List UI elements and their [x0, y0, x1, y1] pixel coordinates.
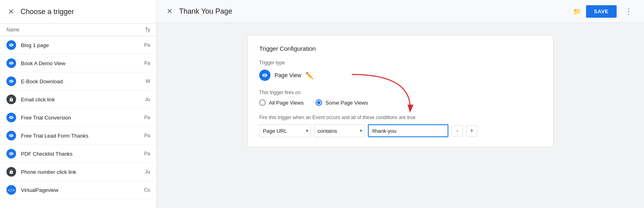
trigger-item-type: Pa	[138, 133, 150, 138]
condition-label: Fire this trigger when an Event occurs a…	[259, 115, 542, 120]
left-panel-title: Choose a trigger	[21, 8, 150, 16]
left-panel: ✕ Choose a trigger Name Ty Blog 1 pagePa…	[0, 0, 157, 208]
trigger-icon-eye	[6, 40, 16, 50]
more-options-button[interactable]: ⋮	[621, 5, 636, 18]
trigger-icon-eye	[6, 58, 16, 68]
trigger-item-name: Free Trial Conversion	[21, 115, 133, 121]
close-right-button[interactable]: ✕	[165, 5, 174, 17]
folder-icon: 📁	[573, 8, 581, 15]
some-page-views-radio[interactable]	[316, 99, 322, 106]
trigger-item-type: Pa	[138, 115, 150, 120]
column-type-header: Ty	[134, 27, 150, 33]
right-panel-title: Thank You Page	[179, 7, 568, 16]
trigger-item-name: VirtualPageview	[21, 187, 133, 193]
trigger-item-name: Book A Demo View	[21, 60, 133, 66]
trigger-item-name: Free Trial Lead Form Thanks	[21, 133, 133, 139]
all-page-views-label: All Page Views	[269, 100, 303, 106]
some-page-views-label: Some Page Views	[325, 100, 368, 106]
radio-row: All Page Views Some Page Views	[259, 99, 542, 106]
trigger-list-item[interactable]: Book A Demo ViewPa	[0, 54, 157, 72]
config-card-title: Trigger Configuration	[259, 45, 542, 52]
trigger-item-type: Ju	[138, 169, 150, 175]
trigger-list-item[interactable]: Free Trial Lead Form ThanksPa	[0, 127, 157, 145]
left-header: ✕ Choose a trigger	[0, 0, 157, 24]
trigger-type-name: Page View	[275, 72, 301, 78]
close-left-button[interactable]: ✕	[6, 6, 16, 18]
trigger-item-type: Pa	[138, 42, 150, 48]
condition-field-wrapper: Page URL Page Path Page Hostname Page Ti…	[259, 124, 311, 137]
some-page-views-option[interactable]: Some Page Views	[316, 99, 368, 106]
edit-trigger-type-icon[interactable]: ✏️	[305, 72, 314, 79]
right-panel: ✕ Thank You Page 📁 SAVE ⋮ Trigger Config…	[157, 0, 644, 208]
trigger-type-row: Page View ✏️	[259, 70, 542, 81]
trigger-type-label: Trigger type	[259, 60, 542, 66]
trigger-list-item[interactable]: PDF Checklist ThanksPa	[0, 145, 157, 163]
all-page-views-radio[interactable]	[259, 99, 266, 106]
trigger-icon-code: </>	[6, 185, 16, 195]
condition-operator-wrapper: contains equals starts with ends with ma…	[314, 124, 365, 137]
trigger-item-type: Pa	[138, 151, 150, 157]
trigger-item-type: W	[138, 78, 150, 84]
radio-dot	[317, 101, 320, 104]
right-content: Trigger Configuration Trigger type Page …	[157, 23, 644, 208]
trigger-item-name: E-Book Download	[21, 78, 133, 84]
trigger-item-type: Cu	[138, 187, 150, 193]
trigger-icon-eye	[6, 149, 16, 159]
add-condition-button[interactable]: +	[466, 125, 477, 136]
trigger-list-item[interactable]: Blog 1 pagePa	[0, 36, 157, 54]
trigger-icon-lock	[6, 95, 16, 104]
trigger-icon-eye	[6, 76, 16, 86]
trigger-item-type: Pa	[138, 60, 150, 66]
config-card: Trigger Configuration Trigger type Page …	[248, 35, 553, 147]
trigger-icon-eye	[6, 113, 16, 122]
trigger-list: Blog 1 pagePaBook A Demo ViewPaE-Book Do…	[0, 36, 157, 208]
trigger-item-name: Blog 1 page	[21, 42, 133, 48]
condition-field-select[interactable]: Page URL Page Path Page Hostname Page Ti…	[259, 124, 311, 137]
save-button[interactable]: SAVE	[586, 5, 617, 18]
trigger-icon-eye	[6, 131, 16, 140]
trigger-list-item[interactable]: Phone number click linkJu	[0, 163, 157, 181]
trigger-item-name: Email click link	[21, 97, 133, 103]
trigger-item-type: Ju	[138, 97, 150, 102]
right-header: ✕ Thank You Page 📁 SAVE ⋮	[157, 0, 644, 23]
trigger-list-item[interactable]: </>VirtualPageviewCu	[0, 181, 157, 199]
trigger-list-item[interactable]: Email click linkJu	[0, 91, 157, 109]
trigger-list-item[interactable]: Free Trial ConversionPa	[0, 109, 157, 127]
fires-on-label: This trigger fires on	[259, 90, 542, 95]
column-name-header: Name	[6, 27, 134, 33]
all-page-views-option[interactable]: All Page Views	[259, 99, 303, 106]
condition-value-input[interactable]	[368, 124, 448, 137]
trigger-icon-lock	[6, 167, 16, 177]
trigger-item-name: Phone number click link	[21, 169, 133, 175]
remove-condition-button[interactable]: -	[452, 125, 463, 136]
condition-row: Page URL Page Path Page Hostname Page Ti…	[259, 124, 542, 137]
trigger-type-icon	[259, 70, 270, 81]
table-header: Name Ty	[0, 24, 157, 36]
trigger-item-name: PDF Checklist Thanks	[21, 151, 133, 157]
trigger-list-item[interactable]: E-Book DownloadW	[0, 72, 157, 91]
condition-operator-select[interactable]: contains equals starts with ends with ma…	[314, 124, 365, 137]
